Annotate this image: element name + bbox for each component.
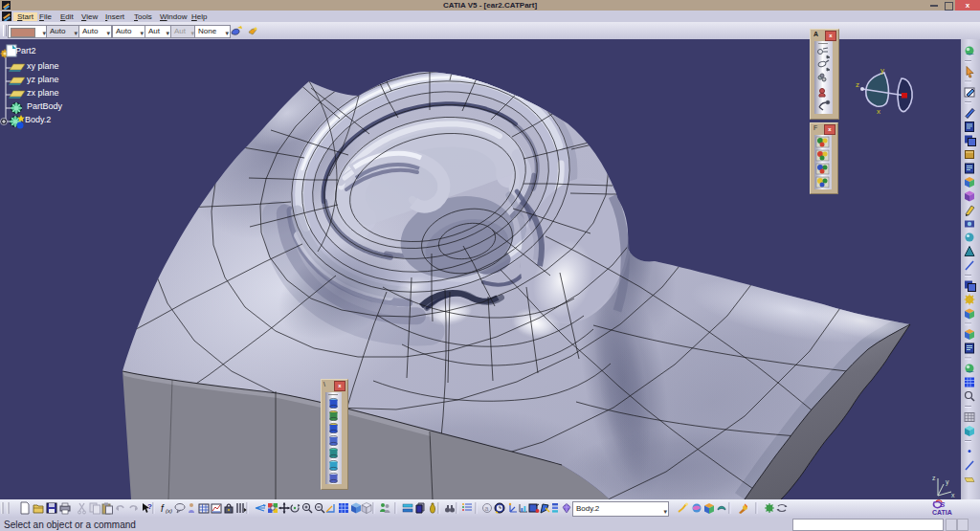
svg-text:y: y	[880, 66, 884, 75]
svg-text:f: f	[161, 503, 165, 514]
svg-text:x: x	[951, 492, 955, 498]
svg-text:a: a	[485, 505, 489, 512]
svg-text:y: y	[946, 478, 949, 486]
svg-text:x: x	[877, 107, 880, 116]
svg-text:z: z	[932, 475, 936, 481]
svg-text:S: S	[940, 500, 946, 509]
svg-text:?: ?	[147, 502, 152, 511]
svg-text:(x): (x)	[166, 508, 172, 514]
svg-text:CATIA: CATIA	[932, 509, 952, 516]
svg-text:z: z	[856, 80, 859, 89]
